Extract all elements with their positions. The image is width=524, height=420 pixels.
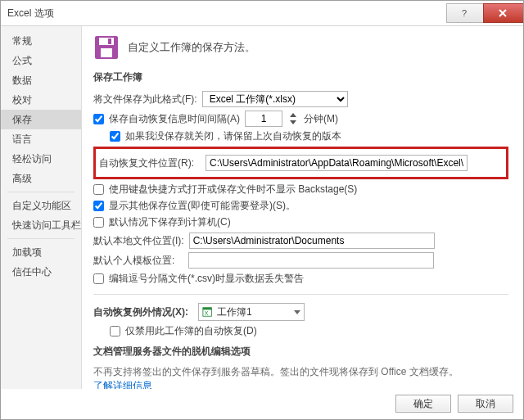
default-local-checkbox[interactable] [93,217,104,228]
nav-proofing[interactable]: 校对 [1,90,81,110]
close-button[interactable] [483,3,524,23]
svg-rect-4 [108,38,111,44]
show-other-loc-label: 显示其他保存位置(即使可能需要登录)(S)。 [109,199,296,213]
svg-rect-6 [203,308,212,310]
nav-formulas[interactable]: 公式 [1,51,81,70]
autorecover-loc-input[interactable] [206,155,468,171]
highlight-box: 自动恢复文件位置(R): [93,147,508,179]
offline-note: 不再支持将签出的文件保存到服务器草稿。签出的文件现将保存到 Office 文档缓… [93,365,508,379]
default-template-loc-label: 默认个人模板位置: [93,254,183,268]
offline-section-title: 文档管理服务器文件的脱机编辑选项 [93,345,508,359]
svg-rect-3 [101,48,112,57]
learn-more-link[interactable]: 了解详细信息 [93,380,152,389]
nav-separator [7,192,75,192]
show-other-loc-checkbox[interactable] [93,201,104,211]
nav-separator-2 [7,238,75,239]
minutes-label: 分钟(M) [304,112,338,126]
default-local-loc-input[interactable] [189,233,435,249]
csv-warn-checkbox[interactable] [93,273,104,284]
nav-save[interactable]: 保存 [1,110,81,129]
ok-button[interactable]: 确定 [395,395,451,413]
autosave-label: 保存自动恢复信息时间间隔(A) [109,112,240,126]
section-save-title: 保存工作簿 [93,70,508,84]
format-label: 将文件保存为此格式(F): [93,93,197,106]
window-title: Excel 选项 [7,7,446,20]
format-select[interactable]: Excel 工作簿(*.xlsx) [202,91,348,107]
workbook-icon: X [202,306,214,318]
nav-customize-ribbon[interactable]: 自定义功能区 [1,196,81,215]
nav-data[interactable]: 数据 [1,70,81,90]
spinner-up-icon[interactable] [287,111,299,119]
main-panel: 自定义工作簿的保存方法。 保存工作簿 将文件保存为此格式(F): Excel 工… [82,26,523,389]
default-local-loc-label: 默认本地文件位置(I): [93,234,184,248]
workbook-name: 工作簿1 [217,305,252,319]
svg-text:?: ? [462,9,467,17]
titlebar: Excel 选项 ? [1,1,523,26]
keep-last-checkbox[interactable] [110,131,120,142]
nav-qat[interactable]: 快速访问工具栏 [1,215,81,235]
exceptions-title: 自动恢复例外情况(X): [93,305,188,319]
default-template-loc-input[interactable] [188,252,434,269]
nav-ease[interactable]: 轻松访问 [1,149,81,169]
disable-autorecover-checkbox[interactable] [110,326,120,336]
csv-warn-label: 编辑逗号分隔文件(*.csv)时显示数据丢失警告 [109,272,304,286]
autorecover-loc-label: 自动恢复文件位置(R): [99,156,201,170]
nav-trust[interactable]: 信任中心 [1,262,81,282]
autosave-minutes-input[interactable] [245,111,282,127]
keep-last-label: 如果我没保存就关闭，请保留上次自动恢复的版本 [125,129,341,143]
nav-general[interactable]: 常规 [1,31,81,51]
cancel-button[interactable]: 取消 [458,395,513,413]
spinner-down-icon[interactable] [287,119,299,126]
workbook-select[interactable]: X 工作簿1 [198,303,305,321]
help-button[interactable]: ? [446,3,484,23]
page-title: 自定义工作簿的保存方法。 [128,40,255,55]
default-local-label: 默认情况下保存到计算机(C) [109,215,231,229]
nav-advanced[interactable]: 高级 [1,169,81,188]
save-icon [93,34,120,61]
disable-autorecover-label: 仅禁用此工作簿的自动恢复(D) [125,324,257,338]
sidebar: 常规 公式 数据 校对 保存 语言 轻松访问 高级 自定义功能区 快速访问工具栏… [1,26,82,389]
chevron-down-icon [294,310,300,314]
nav-language[interactable]: 语言 [1,129,81,149]
autosave-checkbox[interactable] [93,114,104,124]
nav-addins[interactable]: 加载项 [1,242,81,262]
svg-rect-2 [99,38,114,45]
no-backstage-checkbox[interactable] [93,184,104,195]
svg-text:X: X [205,310,209,316]
no-backstage-label: 使用键盘快捷方式打开或保存文件时不显示 Backstage(S) [109,183,357,196]
